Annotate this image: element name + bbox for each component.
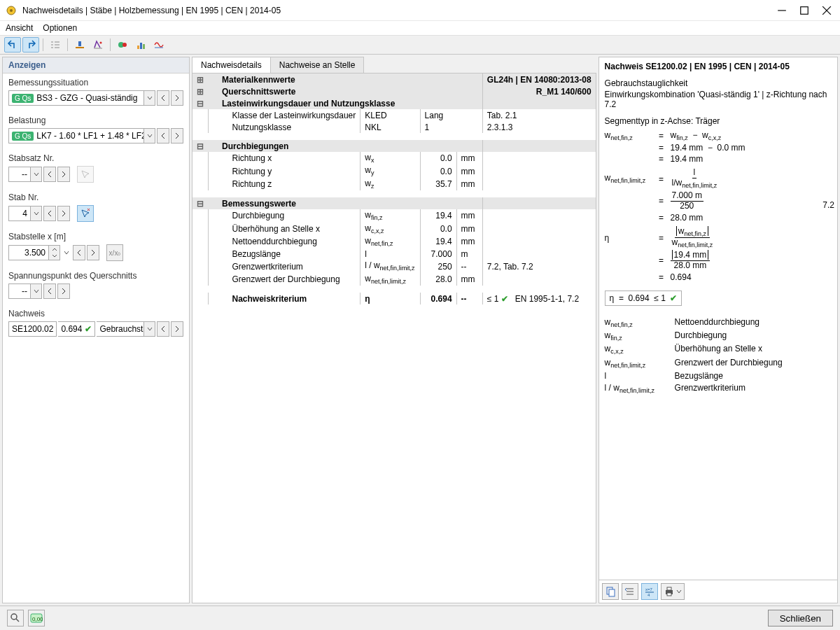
panel-right: Nachweis SE1200.02 | EN 1995 | CEN | 201… [598, 57, 838, 603]
next-nachweis[interactable] [171, 321, 183, 337]
tool-section-icon[interactable] [71, 37, 88, 52]
search-icon[interactable] [7, 610, 24, 626]
formula-icon[interactable]: x=74 [641, 583, 658, 600]
svg-rect-19 [140, 43, 142, 49]
combo-stabnr[interactable]: 4 [8, 206, 42, 221]
spinner-icon[interactable] [48, 246, 59, 260]
next-spannung[interactable] [57, 284, 70, 299]
chevron-down-icon[interactable] [144, 322, 155, 336]
svg-rect-34 [667, 593, 671, 596]
svg-rect-11 [55, 47, 59, 48]
copy-icon[interactable] [602, 583, 619, 600]
select-stabsatz-icon[interactable] [77, 166, 94, 183]
label-belastung: Belastung [3, 111, 189, 127]
prev-situation[interactable] [157, 90, 169, 106]
prev-stabnr[interactable] [43, 206, 56, 221]
svg-text:4: 4 [648, 593, 650, 597]
svg-rect-13 [78, 41, 81, 46]
side-reference: 7.2 [822, 200, 834, 210]
prev-nachweis[interactable] [157, 321, 169, 337]
svg-rect-9 [55, 44, 59, 46]
list-icon[interactable] [622, 583, 638, 600]
nachweis-code: SE1200.02 [8, 321, 57, 337]
right-title: Nachweis SE1200.02 | EN 1995 | CEN | 201… [599, 57, 837, 76]
maximize-button[interactable] [799, 6, 809, 15]
label-situation: Bemessungssituation [3, 74, 189, 89]
combo-situation[interactable]: G Qs BS3 - GZG - Quasi-ständig [8, 90, 155, 106]
definition-list: wnet,fin,zNettoenddurchbiegungwfin,zDurc… [605, 317, 832, 395]
prev-stelle[interactable] [73, 245, 85, 260]
combo-spannung[interactable]: -- [8, 284, 42, 299]
equations: wnet,fin,z=wfin,z − wc,x,z=19.4 mm − 0.0… [605, 130, 832, 282]
svg-rect-10 [51, 47, 53, 48]
tab-nachweise-an-stelle[interactable]: Nachweise an Stelle [270, 57, 365, 73]
tool-bars-icon[interactable] [132, 37, 149, 52]
menu-optionen[interactable]: Optionen [43, 23, 77, 33]
label-spannungspunkt: Spannungspunkt des Querschnitts [3, 267, 189, 282]
chevron-down-icon[interactable] [144, 91, 155, 105]
svg-point-35 [11, 614, 17, 620]
next-belastung[interactable] [171, 128, 183, 144]
tool-list-icon[interactable] [47, 37, 64, 52]
badge-situation: G Qs [12, 94, 34, 103]
svg-rect-8 [51, 44, 53, 46]
svg-rect-18 [137, 46, 139, 49]
tool-arrow-right-icon[interactable] [22, 37, 39, 52]
label-stelle: Stabstelle x [m] [3, 227, 189, 243]
bottom-bar: 0,00 Schließen [0, 606, 840, 630]
chevron-down-icon[interactable] [62, 245, 71, 260]
svg-rect-3 [801, 6, 808, 14]
prev-spannung[interactable] [43, 284, 56, 299]
chevron-down-icon[interactable] [30, 167, 41, 181]
panel-left: Anzeigen Bemessungssituation G Qs BS3 - … [2, 57, 190, 603]
combo-nachweis[interactable]: Gebrauchst... [97, 321, 155, 337]
window-title: Nachweisdetails | Stäbe | Holzbemessung … [22, 6, 777, 15]
tool-arrow-left-icon[interactable] [4, 37, 21, 52]
label-stabsatz: Stabsatz Nr. [3, 149, 189, 164]
next-stelle[interactable] [87, 245, 99, 260]
right-body: Gebrauchstauglichkeit Einwirkungskombina… [599, 76, 837, 580]
nachweis-value: 0.694✔ [58, 321, 95, 337]
select-stabnr-icon[interactable] [77, 205, 94, 222]
tool-green-circle-icon[interactable] [114, 37, 131, 52]
right-subtitle1: Gebrauchstauglichkeit [605, 78, 832, 88]
svg-rect-7 [55, 41, 59, 43]
svg-point-1 [10, 9, 13, 12]
svg-line-36 [16, 619, 19, 622]
close-button[interactable] [822, 6, 832, 15]
svg-text:x=7: x=7 [645, 587, 653, 592]
prev-stabsatz[interactable] [43, 167, 56, 182]
input-stelle[interactable]: 3.500 [8, 245, 60, 260]
combo-belastung[interactable]: G Qs LK7 - 1.60 * LF1 + 1.48 * LF2 ... [8, 128, 155, 144]
chevron-down-icon[interactable] [30, 284, 41, 298]
right-subtitle2: Einwirkungskombination 'Quasi-ständig 1'… [605, 90, 832, 109]
label-nachweis: Nachweis [3, 304, 189, 320]
next-stabnr[interactable] [57, 206, 70, 221]
tool-wave-icon[interactable] [150, 37, 167, 52]
print-icon[interactable] [661, 583, 685, 600]
next-stabsatz[interactable] [57, 167, 70, 182]
minimize-button[interactable] [777, 6, 787, 15]
chevron-down-icon[interactable] [30, 206, 41, 220]
next-situation[interactable] [171, 90, 183, 106]
result-box: η = 0.694 ≤ 1 ✔ [605, 290, 682, 306]
tab-nachweisdetails[interactable]: Nachweisdetails [192, 57, 271, 73]
tabs: Nachweisdetails Nachweise an Stelle [192, 57, 596, 74]
decimal-icon[interactable]: 0,00 [28, 610, 45, 626]
svg-rect-20 [143, 44, 145, 49]
svg-text:0,00: 0,00 [32, 616, 43, 622]
x0-button[interactable]: x/x₀ [106, 244, 123, 261]
toolbar [0, 35, 840, 55]
right-footer: x=74 [599, 580, 837, 603]
svg-point-17 [122, 43, 127, 47]
title-bar: Nachweisdetails | Stäbe | Holzbemessung … [0, 0, 840, 21]
tool-stress-icon[interactable] [90, 37, 106, 52]
chevron-down-icon[interactable] [144, 129, 155, 143]
close-button[interactable]: Schließen [768, 610, 833, 626]
prev-belastung[interactable] [157, 128, 169, 144]
combo-stabsatz[interactable]: -- [8, 167, 42, 182]
svg-rect-25 [609, 589, 615, 596]
panel-mid: Nachweisdetails Nachweise an Stelle ⊞Mat… [192, 57, 596, 603]
detail-table: ⊞MaterialkennwerteGL24h | EN 14080:2013-… [192, 74, 596, 304]
menu-ansicht[interactable]: Ansicht [6, 23, 33, 33]
